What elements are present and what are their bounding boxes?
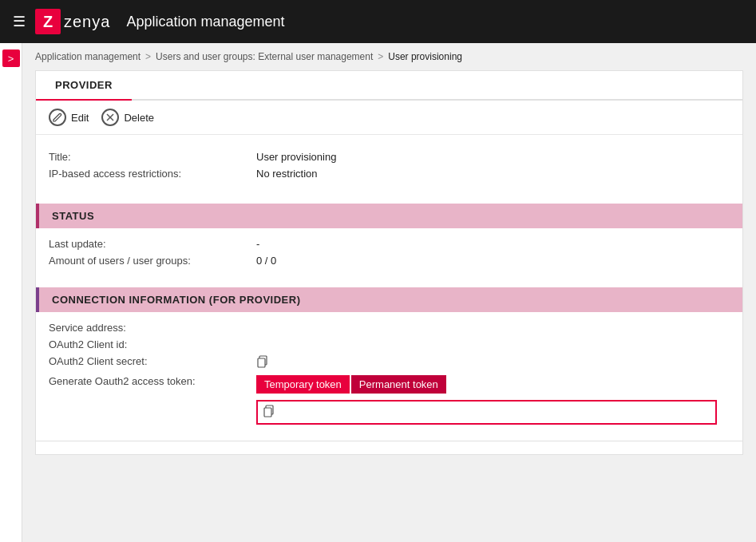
toolbar: Edit Delete [36, 101, 742, 135]
title-label: Title: [49, 151, 256, 163]
oauth2-client-secret-label: OAuth2 Client secret: [49, 355, 256, 367]
connection-section-header: CONNECTION INFORMATION (FOR PROVIDER) [36, 287, 742, 312]
service-address-row: Service address: [49, 322, 730, 334]
sidebar-strip: > [0, 43, 22, 542]
title-field-row: Title: User provisioning [49, 151, 730, 163]
breadcrumb: Application management > Users and user … [22, 43, 756, 70]
svg-rect-3 [258, 358, 265, 367]
amount-value: 0 / 0 [256, 255, 276, 267]
ip-label: IP-based access restrictions: [49, 168, 256, 180]
ip-value: No restriction [256, 168, 318, 180]
tab-provider[interactable]: PROVIDER [36, 71, 132, 101]
breadcrumb-sep-2: > [378, 51, 383, 62]
breadcrumb-sep-1: > [145, 51, 151, 62]
permanent-token-button[interactable]: Permanent token [351, 375, 446, 394]
service-address-label: Service address: [49, 322, 256, 334]
hamburger-icon[interactable]: ☰ [13, 13, 26, 30]
copy-token-icon [263, 405, 275, 417]
generate-token-label: Generate Oauth2 access token: [49, 375, 256, 387]
token-input[interactable] [280, 406, 710, 418]
token-input-container [256, 400, 717, 425]
delete-label: Delete [124, 112, 154, 124]
delete-x-icon [105, 113, 115, 122]
temporary-token-button[interactable]: Temporary token [256, 375, 350, 394]
delete-icon [101, 109, 119, 126]
edit-button[interactable]: Edit [49, 109, 89, 126]
main-content: Application management > Users and user … [22, 43, 756, 542]
breadcrumb-current: User provisioning [388, 51, 462, 62]
logo-z-icon: Z [35, 9, 61, 34]
navbar: ☰ Z zenya Application management [0, 0, 756, 43]
last-update-value: - [256, 238, 259, 250]
bottom-spacer [36, 441, 742, 454]
breadcrumb-external-user-mgmt[interactable]: Users and user groups: External user man… [156, 51, 373, 62]
last-update-row: Last update: - [49, 238, 730, 250]
edit-icon [49, 109, 66, 126]
connection-fields: Service address: OAuth2 Client id: OAuth… [36, 312, 742, 434]
status-fields: Last update: - Amount of users / user gr… [36, 228, 742, 281]
layout: > Application management > Users and use… [0, 43, 756, 542]
breadcrumb-app-management[interactable]: Application management [35, 51, 141, 62]
info-fields: Title: User provisioning IP-based access… [36, 135, 742, 197]
edit-label: Edit [71, 112, 89, 124]
edit-pencil-icon [53, 113, 62, 122]
svg-rect-5 [264, 408, 271, 417]
status-section-header: STATUS [36, 204, 742, 228]
generate-token-row: Generate Oauth2 access token: Temporary … [49, 375, 730, 394]
oauth2-client-secret-row: OAuth2 Client secret: [49, 355, 730, 370]
logo-name: zenya [64, 13, 110, 31]
copy-secret-icon[interactable] [256, 355, 269, 368]
delete-button[interactable]: Delete [101, 109, 154, 126]
oauth2-client-id-row: OAuth2 Client id: [49, 338, 730, 350]
tab-bar: PROVIDER [36, 71, 742, 101]
amount-row: Amount of users / user groups: 0 / 0 [49, 255, 730, 267]
token-buttons: Temporary tokenPermanent token [256, 375, 448, 394]
content-card: PROVIDER Edit [35, 70, 743, 455]
title-value: User provisioning [256, 151, 336, 163]
logo: Z zenya [35, 9, 110, 34]
token-copy-icon[interactable] [263, 405, 275, 420]
oauth2-client-secret-value [256, 355, 269, 370]
sidebar-expand-button[interactable]: > [2, 49, 20, 67]
oauth2-client-id-label: OAuth2 Client id: [49, 338, 256, 350]
last-update-label: Last update: [49, 238, 256, 250]
amount-label: Amount of users / user groups: [49, 255, 256, 267]
ip-field-row: IP-based access restrictions: No restric… [49, 168, 730, 180]
app-title: Application management [126, 14, 284, 30]
